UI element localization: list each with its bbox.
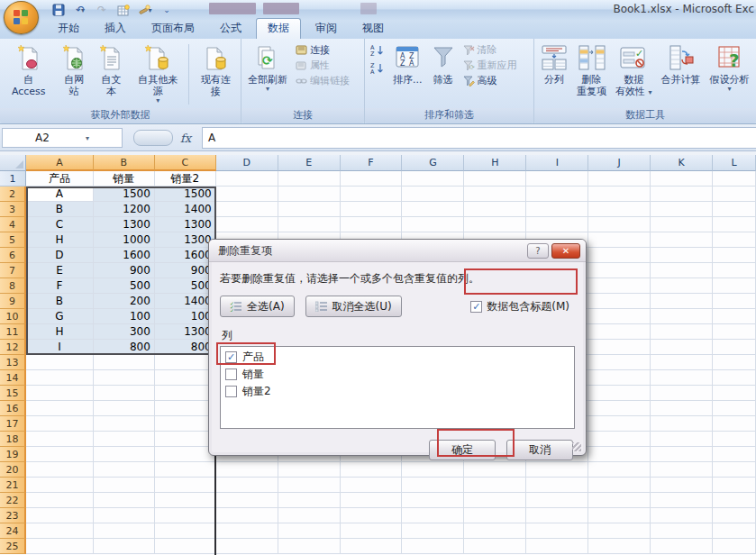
cell-K17[interactable] [651,416,713,432]
dialog-resize-grip[interactable] [572,442,581,451]
cell-C3[interactable]: 1400 [155,202,216,217]
cell-A23[interactable] [26,508,94,523]
cell-J18[interactable] [588,432,651,447]
cell-C11[interactable]: 1300 [155,324,216,340]
cell-K9[interactable] [651,294,713,309]
cell-J16[interactable] [588,401,651,416]
cell-C18[interactable] [155,432,216,447]
cell-C4[interactable]: 1300 [155,217,216,232]
cell-I25[interactable] [526,539,588,554]
cell-J4[interactable] [588,217,651,232]
row-header-14[interactable]: 14 [0,370,26,386]
filter-button[interactable]: 筛选 [428,41,459,108]
cell-B20[interactable] [94,462,155,478]
cell-D21[interactable] [216,478,278,493]
cell-L14[interactable] [713,370,756,386]
cell-B18[interactable] [94,432,155,447]
cell-A12[interactable]: I [26,340,94,355]
cell-A3[interactable]: B [26,202,94,217]
cell-J15[interactable] [588,386,651,401]
row-header-7[interactable]: 7 [0,263,26,278]
cell-E1[interactable] [278,171,341,187]
cell-L18[interactable] [713,432,756,447]
cell-F24[interactable] [341,523,403,539]
save-icon[interactable] [50,3,67,17]
column-header-C[interactable]: C [155,155,216,171]
cell-K2[interactable] [651,187,713,202]
cell-K1[interactable] [651,171,713,187]
row-header-22[interactable]: 22 [0,493,26,508]
select-all-corner[interactable] [0,155,26,171]
cell-C16[interactable] [155,401,216,416]
from-text-button[interactable]: 自文本 [94,41,129,108]
cell-D25[interactable] [216,539,278,554]
cell-A17[interactable] [26,416,94,432]
cell-L16[interactable] [713,401,756,416]
columns-listbox[interactable]: ✓产品✓销量✓销量2 [220,346,575,429]
cell-H25[interactable] [464,539,526,554]
cell-J6[interactable] [588,248,651,263]
cell-D1[interactable] [216,171,278,187]
column-list-item-2[interactable]: ✓销量2 [221,383,574,400]
cell-E2[interactable] [278,187,341,202]
cell-L15[interactable] [713,386,756,401]
cell-F25[interactable] [341,539,403,554]
cell-K8[interactable] [651,278,713,294]
cell-B15[interactable] [94,386,155,401]
cell-K20[interactable] [651,462,713,478]
sort-descending-button[interactable]: ZA [368,62,387,75]
redo-icon[interactable]: ↷ [94,3,110,17]
cell-E3[interactable] [278,202,341,217]
cell-C5[interactable]: 1300 [155,232,216,248]
cell-E23[interactable] [278,508,341,523]
cell-G21[interactable] [402,478,464,493]
cell-A19[interactable] [26,447,94,462]
cell-B23[interactable] [94,508,155,523]
cell-J7[interactable] [588,263,651,278]
cell-L1[interactable] [713,171,756,187]
cell-A18[interactable] [26,432,94,447]
column-header-L[interactable]: L [713,155,756,171]
cell-J8[interactable] [588,278,651,294]
cell-L23[interactable] [713,508,756,523]
column-header-I[interactable]: I [526,155,588,171]
customize-quick-access-icon[interactable]: ⌄ [159,3,175,17]
cell-C24[interactable] [155,523,216,539]
cell-C8[interactable]: 500 [155,278,216,294]
cell-K21[interactable] [651,478,713,493]
cell-B6[interactable]: 1600 [94,248,155,263]
cell-H24[interactable] [464,523,526,539]
from-web-button[interactable]: 自网站 [56,41,91,108]
cell-B7[interactable]: 900 [94,263,155,278]
cell-C13[interactable] [155,355,216,370]
cell-L8[interactable] [713,278,756,294]
cell-G3[interactable] [402,202,464,217]
cell-A25[interactable] [26,539,94,554]
row-header-17[interactable]: 17 [0,416,26,432]
cell-A1[interactable]: 产品 [26,171,94,187]
cell-J25[interactable] [588,539,651,554]
cell-J22[interactable] [588,493,651,508]
cell-K11[interactable] [651,324,713,340]
consolidate-button[interactable]: 合并计算 [658,41,705,108]
cell-H2[interactable] [464,187,526,202]
cell-K22[interactable] [651,493,713,508]
cell-K23[interactable] [651,508,713,523]
insert-function-button[interactable]: fx [180,132,191,145]
undo-icon[interactable]: ↶▾ [72,3,88,17]
cell-D20[interactable] [216,462,278,478]
what-if-analysis-button[interactable]: ? 假设分析 ▾ [706,41,753,108]
cell-J5[interactable] [588,232,651,248]
row-header-25[interactable]: 25 [0,539,26,554]
cell-I20[interactable] [526,462,588,478]
row-header-9[interactable]: 9 [0,294,26,309]
cell-B13[interactable] [94,355,155,370]
cell-E24[interactable] [278,523,341,539]
row-header-13[interactable]: 13 [0,355,26,370]
cell-B21[interactable] [94,478,155,493]
cell-A21[interactable] [26,478,94,493]
cell-I1[interactable] [526,171,588,187]
cell-B11[interactable]: 300 [94,324,155,340]
formula-input[interactable]: A [202,127,756,149]
clear-filter-button[interactable]: 清除 [460,44,520,57]
